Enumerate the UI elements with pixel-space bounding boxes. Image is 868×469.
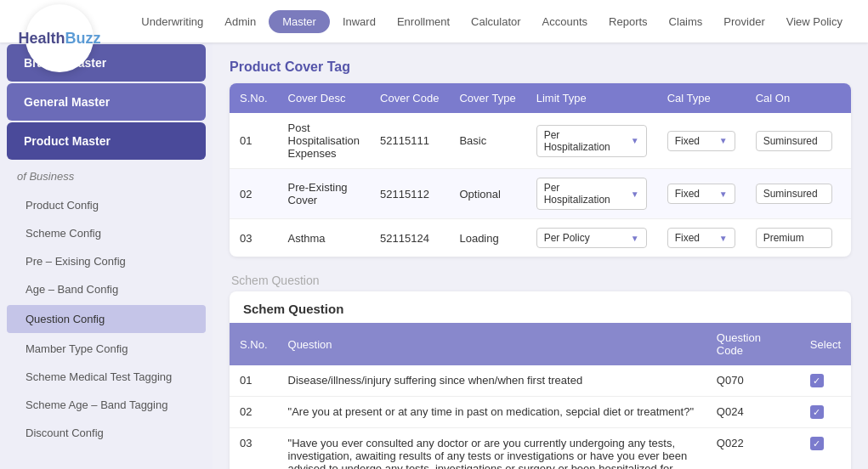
checkbox-checked[interactable]: ✓ bbox=[810, 437, 824, 450]
product-cover-tag-title: Product Cover Tag bbox=[230, 59, 851, 75]
cell-cover-type: Optional bbox=[449, 169, 525, 219]
chevron-down-icon: ▼ bbox=[631, 189, 639, 199]
cell-cover-type: Basic bbox=[449, 113, 525, 169]
nav-link-view-policy[interactable]: View Policy bbox=[778, 10, 851, 33]
logo-circle: HealthBuzz bbox=[26, 4, 94, 72]
schem-question-container: Schem Question S.No. Question Question C… bbox=[230, 291, 851, 469]
cal-type-dropdown[interactable]: Fixed ▼ bbox=[667, 228, 735, 248]
cell-question-code: Q024 bbox=[706, 397, 800, 428]
nav-link-underwriting[interactable]: Underwriting bbox=[133, 10, 212, 33]
sidebar-sub-item-mamber-type-config[interactable]: Mamber Type Config bbox=[0, 335, 213, 363]
cell-cal-on[interactable]: Suminsured bbox=[746, 169, 842, 219]
q-col-code: Question Code bbox=[706, 323, 800, 365]
nav-link-master[interactable]: Master bbox=[269, 10, 330, 33]
schem-question-title: Schem Question bbox=[230, 291, 851, 323]
q-col-question: Question bbox=[278, 323, 706, 365]
cell-cal-type[interactable]: Fixed ▼ bbox=[657, 169, 746, 219]
nav-link-inward[interactable]: Inward bbox=[334, 10, 384, 33]
nav-links: UnderwritingAdminMasterInwardEnrollmentC… bbox=[133, 10, 851, 33]
table-row: 02 Pre-Existing Cover 52115112 Optional … bbox=[230, 169, 851, 219]
col-cal-on: Cal On bbox=[746, 83, 842, 113]
cal-on-dropdown[interactable]: Suminsured bbox=[756, 131, 832, 151]
cell-limit-type[interactable]: Per Hospitalization ▼ bbox=[526, 169, 657, 219]
limit-type-dropdown[interactable]: Per Policy ▼ bbox=[536, 228, 647, 248]
cell-limit-type[interactable]: Per Hospitalization ▼ bbox=[526, 113, 657, 169]
product-cover-tag-table-container: S.No. Cover Desc Cover Code Cover Type L… bbox=[230, 83, 851, 257]
limit-type-dropdown[interactable]: Per Hospitalization ▼ bbox=[536, 125, 647, 157]
main-content: Product Cover Tag S.No. Cover Desc Cover… bbox=[213, 42, 868, 469]
cell-question: Disease/illness/injury suffering since w… bbox=[278, 365, 706, 397]
nav-link-accounts[interactable]: Accounts bbox=[534, 10, 596, 33]
cell-sno: 03 bbox=[230, 219, 278, 257]
sidebar-sub-item-scheme-medical-test-tagging[interactable]: Scheme Medical Test Tagging bbox=[0, 363, 213, 391]
cell-cover-desc: Post Hospitalisation Expenses bbox=[278, 113, 371, 169]
cell-cover-desc: Pre-Existing Cover bbox=[278, 169, 371, 219]
cell-cover-code: 52115124 bbox=[370, 219, 449, 257]
q-col-select: Select bbox=[800, 323, 851, 365]
nav-link-calculator[interactable]: Calculator bbox=[462, 10, 530, 33]
cell-cal-type[interactable]: Fixed ▼ bbox=[657, 113, 746, 169]
cell-question: "Are you at present or at any time in pa… bbox=[278, 397, 706, 428]
table-row: 02 "Are you at present or at any time in… bbox=[230, 397, 851, 428]
nav-link-claims[interactable]: Claims bbox=[661, 10, 712, 33]
cell-cal-type[interactable]: Fixed ▼ bbox=[657, 219, 746, 257]
cell-cover-code: 52115111 bbox=[370, 113, 449, 169]
sidebar-item-product-master[interactable]: Product Master bbox=[7, 122, 206, 160]
nav-link-enrollment[interactable]: Enrollment bbox=[389, 10, 458, 33]
sidebar-sub-item-discount-config[interactable]: Discount Config bbox=[0, 419, 213, 447]
sidebar-sub-items: Product ConfigScheme ConfigPre – Exising… bbox=[0, 191, 213, 455]
q-col-sno: S.No. bbox=[230, 323, 278, 365]
cell-select[interactable]: ✓ bbox=[800, 365, 851, 397]
cell-question-code: Q022 bbox=[706, 428, 800, 470]
chevron-down-icon: ▼ bbox=[719, 136, 728, 145]
cell-lim bbox=[842, 113, 851, 169]
logo-buzz: Buzz bbox=[65, 30, 101, 47]
cal-on-dropdown[interactable]: Premium bbox=[756, 228, 832, 248]
top-nav: UnderwritingAdminMasterInwardEnrollmentC… bbox=[0, 0, 868, 42]
sidebar-sub-item-scheme-config[interactable]: Scheme Config bbox=[0, 219, 213, 247]
schem-question-table: S.No. Question Question Code Select 01 D… bbox=[230, 323, 851, 469]
cell-cover-desc: Asthma bbox=[278, 219, 371, 257]
col-cover-type: Cover Type bbox=[449, 83, 525, 113]
table-row: 03 Asthma 52115124 Loading Per Policy ▼ … bbox=[230, 219, 851, 257]
cal-type-dropdown[interactable]: Fixed ▼ bbox=[667, 184, 735, 204]
logo-health: Health bbox=[19, 30, 65, 47]
sidebar-sub-item-pre---exising-config[interactable]: Pre – Exising Config bbox=[0, 247, 213, 275]
product-cover-tag-table: S.No. Cover Desc Cover Code Cover Type L… bbox=[230, 83, 851, 257]
cal-on-dropdown[interactable]: Suminsured bbox=[756, 184, 832, 204]
sidebar-sub-item-product-config[interactable]: Product Config bbox=[0, 191, 213, 219]
product-cover-tag-tbody: 01 Post Hospitalisation Expenses 5211511… bbox=[230, 113, 851, 257]
nav-link-provider[interactable]: Provider bbox=[715, 10, 773, 33]
sidebar-sub-item-question-config[interactable]: Question Config bbox=[7, 305, 206, 333]
cell-lim bbox=[842, 169, 851, 219]
checkbox-checked[interactable]: ✓ bbox=[810, 405, 824, 419]
col-lim: Lim bbox=[842, 83, 851, 113]
schem-question-thead: S.No. Question Question Code Select bbox=[230, 323, 851, 365]
cell-question: "Have you ever consulted any doctor or a… bbox=[278, 428, 706, 470]
sidebar-sub-item-age---band-config[interactable]: Age – Band Config bbox=[0, 275, 213, 303]
cell-cover-type: Loading bbox=[449, 219, 525, 257]
cell-select[interactable]: ✓ bbox=[800, 397, 851, 428]
cell-cal-on[interactable]: Suminsured bbox=[746, 113, 842, 169]
cell-question-code: Q070 bbox=[706, 365, 800, 397]
chevron-down-icon: ▼ bbox=[631, 234, 639, 243]
sidebar-item-general-master[interactable]: General Master bbox=[7, 83, 206, 121]
col-limit-type: Limit Type bbox=[526, 83, 657, 113]
cell-limit-type[interactable]: Per Policy ▼ bbox=[526, 219, 657, 257]
table-row: 01 Post Hospitalisation Expenses 5211511… bbox=[230, 113, 851, 169]
cell-cal-on[interactable]: Premium bbox=[746, 219, 842, 257]
cell-select[interactable]: ✓ bbox=[800, 428, 851, 470]
cell-sno: 02 bbox=[230, 169, 278, 219]
chevron-down-icon: ▼ bbox=[631, 136, 639, 145]
checkbox-checked[interactable]: ✓ bbox=[810, 374, 824, 387]
cell-q-sno: 02 bbox=[230, 397, 278, 428]
sidebar-sub-item-scheme-age---band-tagging[interactable]: Scheme Age – Band Tagging bbox=[0, 391, 213, 419]
limit-type-dropdown[interactable]: Per Hospitalization ▼ bbox=[536, 178, 647, 210]
table-row: 03 "Have you ever consulted any doctor o… bbox=[230, 428, 851, 470]
cal-type-dropdown[interactable]: Fixed ▼ bbox=[667, 131, 735, 151]
chevron-down-icon: ▼ bbox=[719, 234, 728, 243]
nav-link-admin[interactable]: Admin bbox=[216, 10, 264, 33]
cell-cover-code: 52115112 bbox=[370, 169, 449, 219]
nav-link-reports[interactable]: Reports bbox=[600, 10, 656, 33]
cell-lim bbox=[842, 219, 851, 257]
